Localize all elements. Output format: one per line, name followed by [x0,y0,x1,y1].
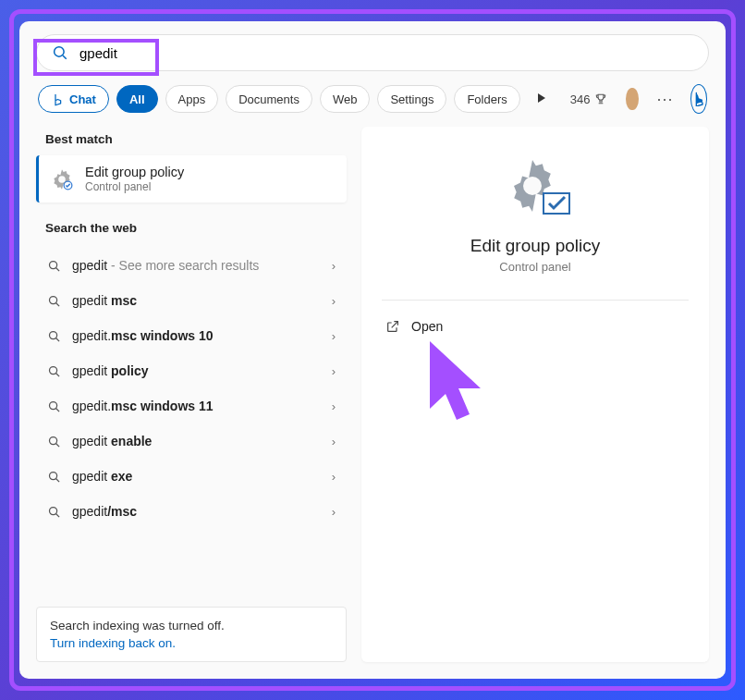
filter-apps-label: Apps [178,92,206,106]
svg-line-16 [56,443,59,446]
user-avatar[interactable] [626,88,638,110]
web-results-list: gpedit - See more search results›gpedit … [36,248,347,529]
svg-point-0 [55,47,65,57]
svg-point-17 [50,472,57,479]
svg-line-12 [56,373,59,375]
open-external-icon [385,319,400,334]
web-result-text: gpedit.msc windows 10 [72,328,321,343]
web-result-item[interactable]: gpedit.msc windows 10› [36,318,347,353]
svg-line-6 [56,267,59,270]
rewards-points[interactable]: 346 [570,92,608,106]
filter-web-label: Web [333,92,358,106]
filter-web[interactable]: Web [320,85,371,113]
svg-line-10 [56,338,59,340]
filter-documents-label: Documents [238,92,299,106]
svg-point-7 [50,296,57,303]
svg-point-11 [50,366,57,374]
web-result-item[interactable]: gpedit exe› [36,459,347,494]
best-match-heading: Best match [36,127,347,155]
svg-point-15 [50,436,57,444]
filter-all[interactable]: All [116,85,158,113]
search-icon [47,399,61,413]
svg-line-14 [56,408,59,411]
detail-title: Edit group policy [470,236,600,256]
chevron-right-icon: › [332,259,336,273]
filter-folders[interactable]: Folders [454,85,519,113]
svg-line-1 [63,55,67,59]
detail-subtitle: Control panel [499,260,570,274]
web-result-text: gpedit - See more search results [72,258,321,273]
svg-point-9 [50,331,57,338]
chevron-right-icon: › [332,294,336,308]
svg-line-20 [56,513,59,516]
svg-line-18 [56,478,59,481]
web-result-item[interactable]: gpedit/msc› [36,494,347,529]
filter-overflow-icon[interactable] [528,91,556,107]
indexing-notice: Search indexing was turned off. Turn ind… [36,607,347,662]
web-result-item[interactable]: gpedit - See more search results› [36,248,347,283]
indexing-link[interactable]: Turn indexing back on. [50,636,333,650]
best-match-result[interactable]: Edit group policy Control panel [36,155,347,203]
web-result-text: gpedit msc [72,293,321,308]
web-result-text: gpedit policy [72,363,321,378]
chevron-right-icon: › [332,399,336,413]
detail-pane: Edit group policy Control panel Open [361,127,709,662]
chevron-right-icon: › [332,435,336,448]
gear-large-icon [499,156,571,221]
svg-point-13 [50,401,57,409]
web-result-item[interactable]: gpedit enable› [36,424,347,459]
open-label: Open [411,319,443,334]
more-options-icon[interactable]: ··· [657,90,674,109]
search-icon [47,329,61,343]
filter-folders-label: Folders [467,92,507,106]
filter-settings-label: Settings [390,92,434,106]
indexing-message: Search indexing was turned off. [50,619,333,632]
chevron-right-icon: › [332,364,336,378]
svg-point-21 [523,177,542,195]
filter-documents[interactable]: Documents [226,85,312,113]
svg-point-3 [58,176,66,183]
bing-chat-icon [51,92,65,106]
divider [382,300,689,301]
open-action[interactable]: Open [382,306,689,347]
filter-all-label: All [129,92,145,106]
gear-icon [50,167,74,191]
filter-settings[interactable]: Settings [377,85,446,113]
web-result-item[interactable]: gpedit.msc windows 11› [36,388,347,424]
trophy-icon [594,92,607,105]
web-result-item[interactable]: gpedit policy› [36,353,347,388]
bing-icon [691,92,706,106]
search-icon [47,364,61,378]
search-input[interactable] [79,45,693,61]
search-icon [47,470,61,484]
filter-row: Chat All Apps Documents Web Settings Fol… [36,84,709,114]
web-result-text: gpedit/msc [72,504,321,519]
bing-button[interactable] [690,84,707,114]
svg-point-19 [50,507,57,514]
search-bar[interactable] [36,34,709,71]
best-match-subtitle: Control panel [85,180,184,193]
search-icon [47,505,61,519]
search-icon [47,259,61,273]
web-result-text: gpedit.msc windows 11 [72,399,321,413]
web-result-text: gpedit enable [72,434,321,448]
chevron-right-icon: › [332,329,336,343]
svg-point-5 [50,261,57,268]
chevron-right-icon: › [332,470,336,484]
web-result-text: gpedit exe [72,469,321,484]
rewards-points-value: 346 [570,92,591,106]
search-icon [47,435,61,448]
filter-apps[interactable]: Apps [165,85,219,113]
search-icon [52,44,68,61]
web-result-item[interactable]: gpedit msc› [36,283,347,318]
best-match-title: Edit group policy [85,165,184,179]
filter-chat[interactable]: Chat [38,85,109,113]
search-web-heading: Search the web [36,215,347,244]
chevron-right-icon: › [332,505,336,519]
search-icon [47,294,61,308]
filter-chat-label: Chat [69,92,96,106]
svg-line-8 [56,302,59,305]
